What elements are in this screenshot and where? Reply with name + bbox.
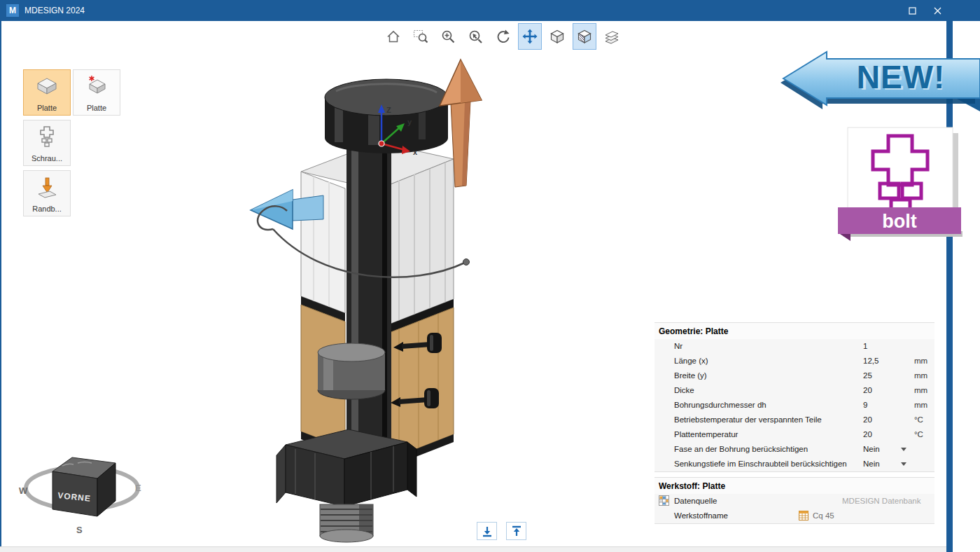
property-unit: mm (914, 398, 927, 413)
rotate-view-button[interactable] (491, 23, 514, 50)
property-row-fase: Fase an der Bohrung berücksichtigen Nein (654, 442, 934, 457)
orientation-cube[interactable]: VORNE W S E (18, 445, 147, 543)
isometric-view-button[interactable] (545, 23, 569, 50)
section-view-button[interactable] (573, 23, 596, 50)
material-section-title: Werkstoff: Platte (654, 478, 934, 494)
zoom-in-button[interactable] (436, 23, 460, 50)
property-row-bohrungsdurchmesser: Bohrungsdurchmesser dh 9 mm (654, 398, 934, 413)
property-value[interactable]: 25 (863, 368, 872, 383)
property-label: Dicke (674, 386, 694, 394)
sidebar-item-randbedingungen[interactable]: Randb... (23, 170, 71, 216)
dropdown-value[interactable]: Nein (863, 457, 880, 471)
sidebar-item-schrauben[interactable]: Schrau... (23, 120, 71, 166)
cube-icon (549, 28, 566, 45)
bolt-shank (346, 144, 391, 480)
home-view-button[interactable] (382, 23, 405, 50)
sidebar-item-label: Platte (24, 104, 70, 112)
sidebar-item-label: Randb... (24, 205, 70, 213)
material-value-werkstoffname[interactable]: Cq 45 (813, 509, 834, 523)
dropdown-value[interactable]: Nein (863, 442, 880, 457)
zoom-window-button[interactable] (409, 23, 433, 50)
bolt-symbol-icon (873, 136, 927, 214)
property-value[interactable]: 9 (863, 398, 867, 413)
property-value[interactable]: 20 (863, 383, 872, 398)
property-value[interactable]: 12,5 (863, 354, 878, 368)
dropdown-caret-icon[interactable] (901, 448, 906, 451)
hex-nut (276, 429, 416, 506)
new-ribbon-text: NEW! (857, 59, 946, 95)
close-icon (934, 7, 941, 15)
pan-icon (522, 28, 538, 45)
bottom-dock-controls (477, 522, 526, 540)
zoom-selection-icon (467, 28, 484, 45)
sidebar-item-platte-2[interactable]: Platte (73, 69, 120, 116)
new-ribbon-text-shadow: NEW! (860, 60, 946, 97)
threaded-stud (320, 504, 373, 542)
titlebar: M MDESIGN 2024 (0, 0, 980, 21)
property-label: Fase an der Bohrung berücksichtigen (674, 445, 808, 453)
section-cube-icon (576, 28, 593, 45)
washer (318, 343, 385, 399)
bolt-badge-text: bolt (882, 211, 916, 232)
axis-x-label: x (413, 148, 418, 156)
properties-panel: Geometrie: Platte Nr 1 Länge (x) 12,5 mm… (654, 322, 934, 524)
section-planes-icon (603, 28, 620, 45)
property-label: Senkungstiefe im Einschraubteil berücksi… (674, 460, 847, 468)
property-value[interactable]: 20 (863, 413, 872, 427)
property-unit: mm (914, 383, 927, 398)
pan-button[interactable] (518, 23, 542, 50)
plate-icon (35, 75, 59, 99)
property-row-breite: Breite (y) 25 mm (654, 368, 934, 383)
bolt-module-badge: bolt (838, 126, 964, 244)
arrow-down-to-bar-icon (481, 525, 493, 537)
material-value-datenquelle: MDESIGN Datenbank (842, 494, 921, 509)
dock-up-button[interactable] (506, 522, 526, 540)
zoom-window-icon (412, 28, 429, 45)
material-row-datenquelle: Datenquelle MDESIGN Datenbank (654, 494, 934, 509)
bolted-joint-model: Z y x (231, 53, 497, 543)
close-button[interactable] (925, 0, 949, 21)
boundary-arrow-icon (35, 176, 59, 202)
axis-y-label: y (407, 118, 412, 126)
property-label: Betriebstemperatur der verspannten Teile (674, 415, 822, 424)
3d-viewport[interactable]: Z y x (126, 49, 658, 546)
bolt-head (325, 79, 448, 153)
compass-east-label: E (135, 483, 141, 493)
property-unit: mm (914, 368, 927, 383)
view-toolbar (382, 23, 624, 50)
property-label: Nr (674, 342, 682, 350)
property-row-laenge: Länge (x) 12,5 mm (654, 354, 934, 368)
property-row-senkungstiefe: Senkungstiefe im Einschraubteil berücksi… (654, 457, 934, 471)
property-row-nr: Nr 1 (654, 339, 934, 354)
bolt-schematic-icon (35, 125, 59, 151)
dock-down-button[interactable] (477, 522, 497, 540)
material-label: Werkstoffname (674, 511, 728, 520)
section-planes-button[interactable] (600, 23, 624, 50)
property-label: Breite (y) (674, 371, 707, 380)
property-label: Länge (x) (674, 357, 708, 365)
geometry-section-title: Geometrie: Platte (654, 323, 934, 339)
zoom-selection-button[interactable] (463, 23, 487, 50)
maximize-icon (909, 7, 916, 15)
window-border-bottom (0, 546, 946, 552)
rotate-icon (494, 28, 511, 45)
window-title: MDESIGN 2024 (24, 0, 85, 21)
material-row-werkstoffname: Werkstoffname Cq 45 (654, 509, 934, 523)
sidebar-item-label: Schrau... (24, 154, 70, 163)
maximize-button[interactable] (900, 0, 924, 21)
property-label: Bohrungsdurchmesser dh (674, 401, 766, 409)
property-unit: °C (914, 413, 923, 427)
property-unit: °C (914, 427, 923, 442)
property-value[interactable]: 1 (863, 339, 867, 354)
plate-modified-icon (85, 75, 108, 99)
compass-south-label: S (76, 525, 83, 535)
property-label: Plattentemperatur (674, 430, 738, 439)
sidebar-item-platte-1[interactable]: Platte (23, 69, 71, 116)
property-unit: mm (914, 354, 927, 368)
home-icon (385, 28, 402, 45)
window-border-left (0, 21, 1, 552)
dropdown-caret-icon[interactable] (901, 462, 906, 466)
zoom-in-icon (440, 28, 456, 45)
property-value[interactable]: 20 (863, 427, 872, 442)
property-row-plattentemperatur: Plattentemperatur 20 °C (654, 427, 934, 442)
